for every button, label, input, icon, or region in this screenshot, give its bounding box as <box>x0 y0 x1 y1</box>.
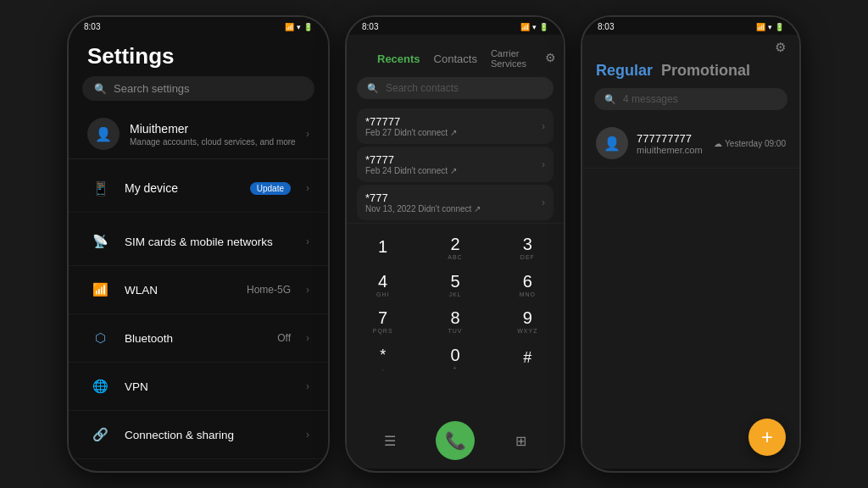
call-number-3: *777 <box>365 191 535 204</box>
dial-key-2[interactable]: 2 ABC <box>419 229 491 266</box>
call-item-3[interactable]: *777 Nov 13, 2022 Didn't connect ↗ › <box>357 185 554 220</box>
profile-sub: Manage accounts, cloud services, and mor… <box>130 137 296 147</box>
dial-key-star[interactable]: * , <box>347 340 419 377</box>
message-item-1[interactable]: 👤 777777777 miuithemer.com ☁ Yesterday 0… <box>582 119 799 169</box>
dialer-bottom-bar: ☰ 📞 ⊞ <box>347 414 564 469</box>
tab-contacts[interactable]: Contacts <box>427 49 484 69</box>
dialer-search-placeholder: Search contacts <box>386 82 459 94</box>
wlan-icon: 📶 <box>87 277 113 302</box>
right-battery-icon: 🔋 <box>775 23 784 31</box>
dial-key-hash[interactable]: # <box>492 340 564 377</box>
time-left: 8:03 <box>84 22 100 31</box>
msg-search-bar[interactable]: 🔍 4 messages <box>594 88 787 110</box>
vpn-icon: 🌐 <box>87 374 113 399</box>
settings-phone: 8:03 📶 ▾ 🔋 Settings 🔍 Search settings 👤 … <box>67 15 330 473</box>
search-icon: 🔍 <box>94 83 107 95</box>
center-wifi-icon: ▾ <box>532 23 537 31</box>
call-info-2: Feb 24 Didn't connect ↗ <box>365 166 535 175</box>
profile-icon: 👤 <box>95 126 112 142</box>
vpn-chevron: › <box>306 380 309 392</box>
compose-fab[interactable]: + <box>748 419 786 456</box>
dial-key-8[interactable]: 8 TUV <box>419 303 491 341</box>
status-icons-left: 📶 ▾ 🔋 <box>285 23 313 31</box>
center-battery-icon: 🔋 <box>539 23 548 31</box>
battery-icon: 🔋 <box>303 23 313 31</box>
call-info-1: Feb 27 Didn't connect ↗ <box>365 128 535 137</box>
dial-key-1[interactable]: 1 <box>347 229 419 266</box>
dialer-top-bar: Recents Contacts Carrier Services ⚙ <box>347 35 564 77</box>
settings-search-bar[interactable]: 🔍 Search settings <box>82 76 314 101</box>
connection-chevron: › <box>306 429 309 441</box>
wlan-value: Home-5G <box>247 284 291 296</box>
right-status-icons: 📶 ▾ 🔋 <box>756 23 784 31</box>
dialer-phone: 8:03 📶 ▾ 🔋 Recents Contacts Carrier Serv… <box>345 15 565 473</box>
msg-time-icon: ☁ <box>714 139 722 148</box>
dial-key-9[interactable]: 9 WXYZ <box>492 303 564 341</box>
my-device-item[interactable]: 📱 My device Update › <box>69 164 328 213</box>
settings-item-sim[interactable]: 📡 SIM cards & mobile networks › <box>69 218 328 266</box>
call-chevron-1: › <box>542 120 545 132</box>
call-item-1[interactable]: *77777 Feb 27 Didn't connect ↗ › <box>357 108 554 144</box>
sim-label: SIM cards & mobile networks <box>125 236 294 248</box>
call-number-1: *77777 <box>365 115 535 128</box>
sim-chevron: › <box>306 236 309 247</box>
call-number-2: *7777 <box>365 153 535 166</box>
dial-key-0[interactable]: 0 + <box>419 340 491 377</box>
connection-label: Connection & sharing <box>125 429 294 441</box>
msg-gear-icon[interactable]: ⚙ <box>775 40 786 55</box>
dialpad-menu-icon[interactable]: ☰ <box>384 433 396 449</box>
time-center: 8:03 <box>362 22 378 31</box>
settings-item-vpn[interactable]: 🌐 VPN › <box>69 363 328 411</box>
dial-key-5[interactable]: 5 JKL <box>419 266 491 303</box>
settings-item-wallpaper[interactable]: 🖼 Wallpaper & personalization › <box>69 459 328 469</box>
msg-timestamp: Yesterday 09:00 <box>725 139 786 148</box>
msg-sender-1: 777777777 <box>637 132 705 145</box>
settings-item-bluetooth[interactable]: ⬡ Bluetooth Off › <box>69 314 328 363</box>
msg-search-placeholder: 4 messages <box>623 93 678 105</box>
dial-key-4[interactable]: 4 GHI <box>347 266 419 303</box>
msg-time-1: ☁ Yesterday 09:00 <box>714 139 786 148</box>
msg-header: ⚙ <box>582 35 799 58</box>
bluetooth-value: Off <box>277 332 291 344</box>
profile-item[interactable]: 👤 Miuithemer Manage accounts, cloud serv… <box>69 109 328 159</box>
status-bar-left: 8:03 📶 ▾ 🔋 <box>69 17 328 35</box>
settings-screen: Settings 🔍 Search settings 👤 Miuithemer … <box>69 35 328 469</box>
profile-name: Miuithemer <box>130 122 296 136</box>
time-right: 8:03 <box>598 22 614 31</box>
center-signal-icon: 📶 <box>520 23 530 31</box>
dial-key-3[interactable]: 3 DEF <box>492 229 564 266</box>
right-wifi-icon: ▾ <box>768 23 772 31</box>
gear-icon[interactable]: ⚙ <box>545 51 556 64</box>
msg-search-icon: 🔍 <box>604 94 616 105</box>
call-button[interactable]: 📞 <box>436 421 475 460</box>
tab-carrier[interactable]: Carrier Services <box>484 45 533 72</box>
status-bar-center: 8:03 📶 ▾ 🔋 <box>347 17 564 35</box>
dialpad-contacts-icon[interactable]: ⊞ <box>515 433 526 449</box>
msg-avatar-icon: 👤 <box>604 136 620 152</box>
tab-promotional[interactable]: Promotional <box>661 62 750 80</box>
update-badge[interactable]: Update <box>250 182 291 195</box>
call-item-2[interactable]: *7777 Feb 24 Didn't connect ↗ › <box>357 147 554 182</box>
dial-key-7[interactable]: 7 PQRS <box>347 303 419 341</box>
msg-avatar-1: 👤 <box>596 127 628 159</box>
profile-chevron: › <box>306 128 309 140</box>
tab-recents[interactable]: Recents <box>370 49 427 69</box>
messages-screen: ⚙ Regular Promotional 🔍 4 messages 👤 777… <box>582 35 799 469</box>
dialer-search-icon: 🔍 <box>367 83 379 94</box>
settings-item-connection[interactable]: 🔗 Connection & sharing › <box>69 411 328 459</box>
tab-regular[interactable]: Regular <box>596 62 653 80</box>
bluetooth-icon: ⬡ <box>87 325 113 351</box>
settings-item-wlan[interactable]: 📶 WLAN Home-5G › <box>69 266 328 314</box>
wifi-icon: ▾ <box>297 23 301 31</box>
device-chevron: › <box>306 182 309 194</box>
call-info-3: Nov 13, 2022 Didn't connect ↗ <box>365 204 535 214</box>
device-icon: 📱 <box>87 175 114 202</box>
wlan-chevron: › <box>306 284 309 296</box>
connection-icon: 🔗 <box>87 422 113 447</box>
dialer-search-bar[interactable]: 🔍 Search contacts <box>357 77 554 99</box>
device-label: My device <box>125 181 240 195</box>
search-placeholder: Search settings <box>114 82 190 95</box>
dial-key-6[interactable]: 6 MNO <box>492 266 564 303</box>
dialer-tabs: Recents Contacts Carrier Services <box>359 38 545 77</box>
dialpad: 1 2 ABC 3 DEF 4 GHI 5 JKL 6 MNO <box>347 224 564 414</box>
